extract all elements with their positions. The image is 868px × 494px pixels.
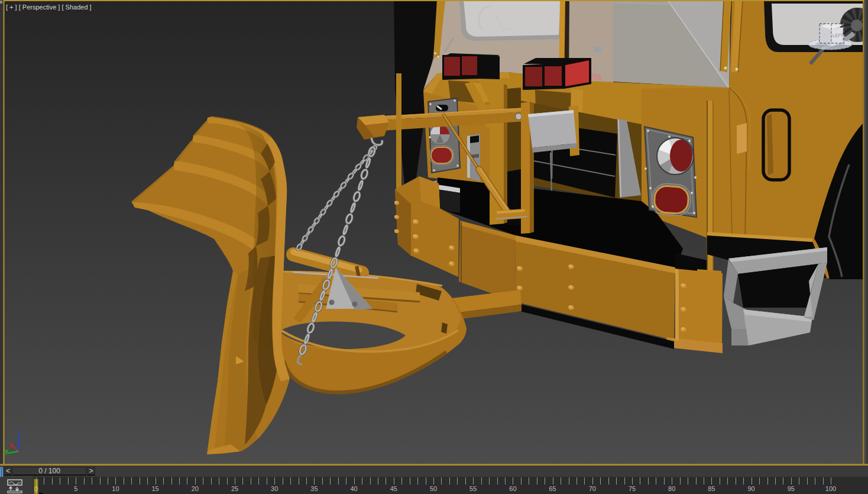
svg-text:[ + ] [ Perspective ] [ Shaded: [ + ] [ Perspective ] [ Shaded ] xyxy=(6,4,92,11)
svg-text:z: z xyxy=(18,429,21,436)
svg-text:x: x xyxy=(9,441,14,448)
svg-text:LEFT: LEFT xyxy=(833,33,844,38)
svg-text:::: :: xyxy=(823,33,825,37)
svg-text:y: y xyxy=(5,447,9,454)
